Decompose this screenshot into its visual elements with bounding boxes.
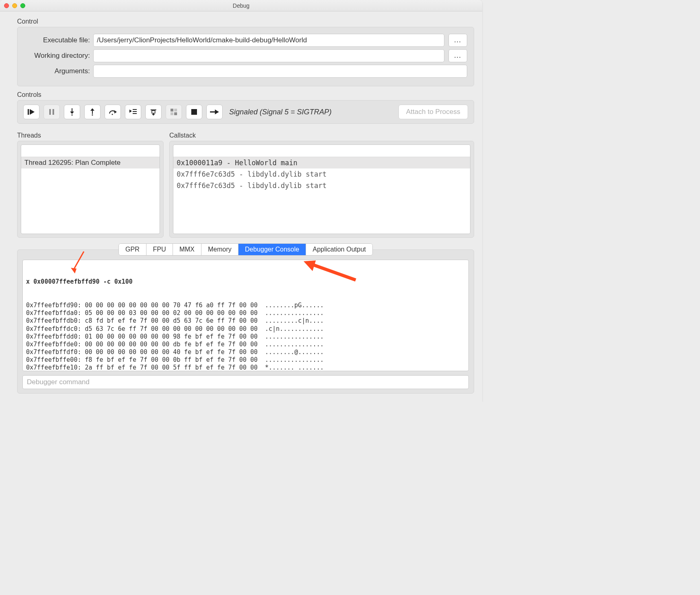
threads-section-label: Threads: [17, 132, 164, 139]
pause-button: [44, 105, 60, 119]
debugger-console-output[interactable]: x 0x00007ffeefbffd90 -c 0x100 0x7ffeefbf…: [22, 260, 469, 371]
executable-file-label: Executable file:: [24, 36, 93, 44]
arguments-input[interactable]: [93, 65, 467, 78]
tab-debugger-console[interactable]: Debugger Console: [238, 244, 306, 255]
svg-rect-3: [52, 109, 54, 115]
callstack-frame[interactable]: 0x7fff6e7c63d5 - libdyld.dylib start: [173, 180, 470, 191]
executable-file-row: Executable file: ...: [24, 34, 467, 47]
callstack-frame[interactable]: 0x1000011a9 - HelloWorld main: [173, 157, 470, 168]
stop-icon: [191, 109, 197, 115]
callstack-frame[interactable]: 0x7fff6e7c63d5 - libdyld.dylib start: [173, 168, 470, 180]
step-line-icon: [129, 109, 137, 115]
window: Debug Control Executable file: ... Worki…: [0, 0, 482, 402]
breakpoint-toggle-icon: [171, 109, 177, 115]
step-over-icon: [109, 109, 117, 115]
tab-memory[interactable]: Memory: [201, 244, 238, 255]
console-line: 0x7ffeefbffd90: 00 00 00 00 00 00 00 00 …: [26, 302, 465, 309]
working-directory-label: Working directory:: [24, 52, 93, 60]
console-command-line: x 0x00007ffeefbffd90 -c 0x100: [26, 278, 465, 286]
debug-toolbar: [23, 105, 223, 119]
step-out-icon: [89, 108, 96, 116]
step-out-button[interactable]: [84, 105, 101, 119]
tab-gpr[interactable]: GPR: [119, 244, 147, 255]
debugger-command-input[interactable]: [22, 375, 469, 389]
control-section-label: Control: [17, 18, 474, 25]
console-line: 0x7ffeefbffe10: 2a ff bf ef fe 7f 00 00 …: [26, 364, 465, 371]
step-into-button[interactable]: [64, 105, 80, 119]
close-window-button[interactable]: [4, 3, 9, 8]
console-line: 0x7ffeefbffe00: f8 fe bf ef fe 7f 00 00 …: [26, 356, 465, 364]
attach-to-process-button[interactable]: Attach to Process: [398, 105, 468, 119]
console-line: 0x7ffeefbffda0: 05 00 00 00 03 00 00 00 …: [26, 309, 465, 317]
threads-callstack-row: Threads Thread 126295: Plan Complete Cal…: [17, 129, 474, 238]
titlebar: Debug: [0, 0, 482, 11]
debug-tab-section: GPRFPUMMXMemoryDebugger ConsoleApplicati…: [17, 243, 474, 394]
svg-rect-20: [171, 109, 173, 112]
goto-icon: [210, 109, 219, 114]
svg-rect-0: [28, 109, 29, 115]
svg-rect-23: [174, 112, 177, 115]
arguments-label: Arguments:: [24, 67, 93, 75]
svg-rect-24: [191, 109, 197, 115]
callstack-panel: 0x1000011a9 - HelloWorld main0x7fff6e7c6…: [169, 141, 474, 238]
debug-status: Signaled (Signal 5 = SIGTRAP): [229, 108, 332, 116]
stop-button[interactable]: [186, 105, 202, 119]
arguments-row: Arguments:: [24, 65, 467, 78]
threads-panel: Thread 126295: Plan Complete: [17, 141, 164, 238]
step-over-button[interactable]: [105, 105, 121, 119]
zoom-window-button[interactable]: [20, 3, 25, 8]
tab-strip: GPRFPUMMXMemoryDebugger ConsoleApplicati…: [17, 243, 474, 256]
working-directory-row: Working directory: ...: [24, 49, 467, 62]
threads-column: Threads Thread 126295: Plan Complete: [17, 129, 164, 238]
minimize-window-button[interactable]: [12, 3, 17, 8]
step-frame-button[interactable]: [145, 105, 162, 119]
console-line: 0x7ffeefbffdf0: 00 00 00 00 00 00 00 00 …: [26, 348, 465, 356]
continue-button[interactable]: [23, 105, 39, 119]
svg-point-6: [72, 114, 73, 116]
working-directory-input[interactable]: [93, 49, 444, 62]
svg-marker-12: [129, 109, 132, 113]
window-traffic-lights: [4, 3, 25, 8]
run-to-button[interactable]: [206, 105, 223, 119]
svg-marker-19: [152, 114, 155, 116]
controls-panel: Signaled (Signal 5 = SIGTRAP) Attach to …: [17, 100, 474, 124]
breakpoint-toggle-button: [166, 105, 182, 119]
step-frame-icon: [150, 108, 157, 116]
callstack-section-label: Callstack: [169, 132, 474, 139]
step-into-icon: [69, 108, 75, 116]
control-panel: Executable file: ... Working directory: …: [17, 27, 474, 86]
step-line-button[interactable]: [125, 105, 141, 119]
working-directory-browse-button[interactable]: ...: [448, 49, 467, 62]
svg-rect-21: [174, 109, 177, 112]
svg-marker-5: [70, 112, 74, 114]
tab-application-output[interactable]: Application Output: [306, 244, 372, 255]
svg-marker-1: [30, 109, 35, 115]
svg-marker-26: [215, 109, 219, 114]
continue-icon: [28, 109, 35, 115]
window-content: Control Executable file: ... Working dir…: [0, 11, 482, 402]
callstack-header: [173, 145, 470, 157]
executable-file-browse-button[interactable]: ...: [448, 34, 467, 47]
threads-list[interactable]: Thread 126295: Plan Complete: [21, 144, 160, 234]
controls-section-label: Controls: [17, 91, 474, 98]
svg-rect-17: [152, 111, 155, 113]
console-line: 0x7ffeefbffde0: 00 00 00 00 00 00 00 00 …: [26, 341, 465, 348]
callstack-column: Callstack 0x1000011a9 - HelloWorld main0…: [169, 129, 474, 238]
window-title: Debug: [233, 2, 249, 9]
svg-rect-22: [171, 112, 173, 115]
callstack-list[interactable]: 0x1000011a9 - HelloWorld main0x7fff6e7c6…: [173, 144, 470, 234]
svg-point-11: [112, 114, 113, 115]
executable-file-input[interactable]: [93, 34, 444, 47]
svg-marker-10: [114, 110, 117, 114]
tab-mmx[interactable]: MMX: [173, 244, 201, 255]
tab-container: GPRFPUMMXMemoryDebugger ConsoleApplicati…: [118, 243, 373, 256]
console-line: 0x7ffeefbffdd0: 01 00 00 00 00 00 00 00 …: [26, 333, 465, 341]
threads-header: [21, 145, 160, 157]
pause-icon: [49, 109, 55, 115]
console-line: 0x7ffeefbffdb0: c8 fd bf ef fe 7f 00 00 …: [26, 317, 465, 325]
svg-point-9: [92, 114, 93, 116]
svg-rect-2: [49, 109, 51, 115]
thread-row[interactable]: Thread 126295: Plan Complete: [21, 157, 160, 168]
tab-fpu[interactable]: FPU: [147, 244, 173, 255]
console-line: 0x7ffeefbffdc0: d5 63 7c 6e ff 7f 00 00 …: [26, 325, 465, 333]
